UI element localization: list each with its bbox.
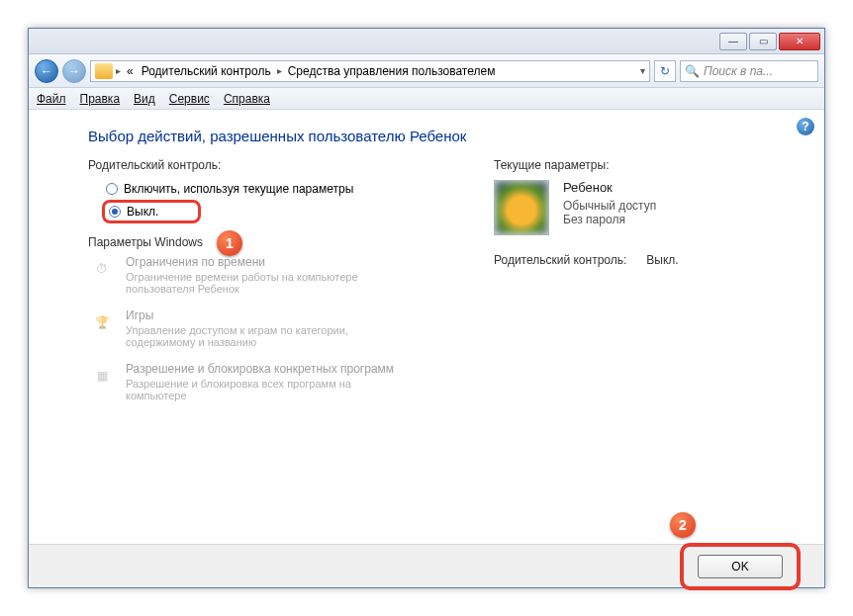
- titlebar: — ▭ ✕: [29, 29, 824, 54]
- search-input[interactable]: 🔍 Поиск в па...: [680, 60, 818, 82]
- refresh-button[interactable]: ↻: [654, 60, 676, 82]
- navigation-bar: ← → ▸ « Родительский контроль ▸ Средства…: [29, 54, 824, 88]
- radio-icon: [109, 206, 121, 218]
- chevron-icon: ▸: [277, 65, 282, 76]
- content-area: ? Выбор действий, разрешенных пользовате…: [29, 110, 824, 545]
- help-icon[interactable]: ?: [797, 118, 814, 135]
- windows-params-label: Параметры Windows: [88, 235, 425, 249]
- forward-button[interactable]: →: [62, 59, 86, 83]
- radio-disable[interactable]: Выкл.: [109, 205, 158, 219]
- user-summary: Ребенок Обычный доступ Без пароля: [494, 180, 791, 235]
- menu-bar: Файл Правка Вид Сервис Справка: [29, 88, 824, 110]
- address-bar[interactable]: ▸ « Родительский контроль ▸ Средства упр…: [90, 60, 650, 82]
- chevron-icon: ▸: [116, 65, 121, 76]
- menu-view[interactable]: Вид: [134, 92, 155, 106]
- status-row: Родительский контроль: Выкл.: [494, 253, 791, 267]
- user-name: Ребенок: [563, 180, 656, 195]
- breadcrumb-item[interactable]: Родительский контроль: [140, 64, 273, 78]
- folder-icon: [95, 63, 113, 79]
- window-frame: — ▭ ✕ ← → ▸ « Родительский контроль ▸ Ср…: [28, 28, 825, 588]
- search-icon: 🔍: [685, 64, 700, 78]
- setting-time-limits: ⏱ Ограничения по времени Ограничение вре…: [88, 255, 425, 295]
- close-button[interactable]: ✕: [779, 33, 820, 50]
- programs-icon: ▦: [88, 362, 116, 390]
- highlight-off: Выкл.: [102, 200, 201, 223]
- avatar: [494, 180, 549, 235]
- user-account-type: Обычный доступ: [563, 199, 656, 213]
- setting-title: Ограничения по времени: [126, 255, 393, 269]
- current-params-label: Текущие параметры:: [494, 158, 791, 172]
- maximize-button[interactable]: ▭: [749, 33, 777, 50]
- setting-games: 🏆 Игры Управление доступом к играм по ка…: [88, 308, 425, 348]
- callout-2: 2: [670, 512, 696, 538]
- setting-desc: Ограничение времени работы на компьютере…: [126, 271, 393, 295]
- minimize-button[interactable]: —: [719, 33, 747, 50]
- back-button[interactable]: ←: [35, 59, 58, 83]
- menu-file[interactable]: Файл: [37, 92, 66, 106]
- breadcrumb-prefix: «: [125, 64, 136, 78]
- setting-programs: ▦ Разрешение и блокировка конкретных про…: [88, 362, 425, 401]
- parental-control-label: Родительский контроль:: [88, 158, 425, 172]
- radio-disable-label: Выкл.: [127, 205, 158, 219]
- setting-title: Разрешение и блокировка конкретных прогр…: [126, 362, 394, 376]
- dropdown-icon[interactable]: ▾: [640, 65, 645, 76]
- clock-icon: ⏱: [88, 255, 116, 283]
- footer-bar: OK: [29, 544, 824, 587]
- callout-1: 1: [217, 230, 242, 256]
- menu-tools[interactable]: Сервис: [169, 92, 210, 106]
- trophy-icon: 🏆: [88, 308, 116, 336]
- highlight-ok: OK: [680, 543, 801, 590]
- menu-edit[interactable]: Правка: [80, 92, 121, 106]
- setting-title: Игры: [126, 308, 393, 322]
- setting-desc: Управление доступом к играм по категории…: [126, 324, 393, 348]
- radio-enable-label: Включить, используя текущие параметры: [124, 182, 353, 196]
- radio-icon: [106, 183, 118, 195]
- page-title: Выбор действий, разрешенных пользователю…: [88, 128, 797, 144]
- radio-enable[interactable]: Включить, используя текущие параметры: [88, 180, 425, 198]
- status-label: Родительский контроль:: [494, 253, 626, 267]
- user-password-status: Без пароля: [563, 213, 656, 226]
- ok-button[interactable]: OK: [698, 555, 783, 578]
- breadcrumb-item[interactable]: Средства управления пользователем: [286, 64, 498, 78]
- setting-desc: Разрешение и блокировка всех программ на…: [126, 378, 393, 401]
- search-placeholder: Поиск в па...: [704, 64, 773, 78]
- status-value: Выкл.: [646, 253, 678, 267]
- menu-help[interactable]: Справка: [224, 92, 270, 106]
